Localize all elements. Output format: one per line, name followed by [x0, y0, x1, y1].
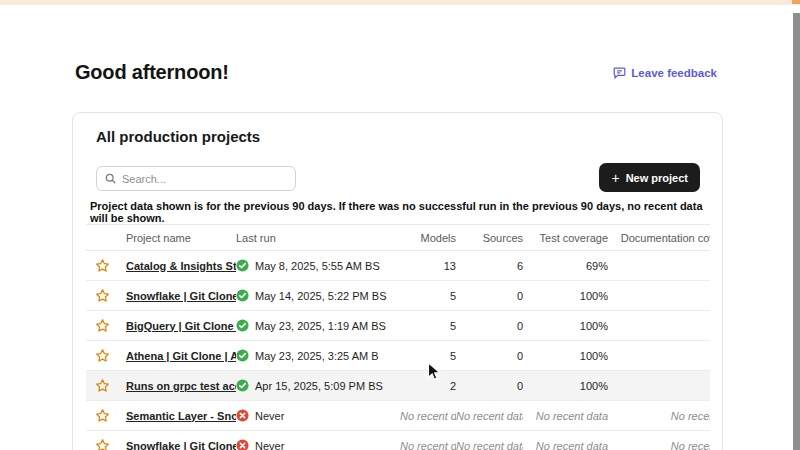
- sources-value: 0: [517, 380, 523, 392]
- page-title: Good afternoon!: [75, 61, 229, 84]
- models-value: No recent data: [400, 410, 456, 422]
- star-icon[interactable]: [95, 318, 126, 333]
- star-icon[interactable]: [95, 258, 126, 273]
- project-name-link[interactable]: BigQuery | Git Clone | User...: [126, 320, 236, 332]
- projects-table-body: Catalog & Insights Staging... May 8, 202…: [86, 251, 710, 450]
- test-coverage-cell: 69%: [523, 251, 608, 281]
- models-value: 13: [444, 260, 456, 272]
- test-coverage-cell: 100%: [523, 311, 608, 341]
- models-cell: No recent data: [400, 431, 456, 450]
- sources-value: 0: [517, 290, 523, 302]
- sources-cell: 6: [456, 251, 523, 281]
- project-name-link[interactable]: Snowflake | Git Clone | Key...: [126, 440, 236, 450]
- star-icon[interactable]: [95, 378, 126, 393]
- star-icon[interactable]: [95, 348, 126, 363]
- project-name-link[interactable]: Catalog & Insights Staging...: [126, 260, 236, 272]
- project-name-link[interactable]: Runs on grpc test account: [126, 380, 236, 392]
- col-test-coverage: Test coverage: [523, 225, 608, 251]
- plus-icon: +: [611, 171, 619, 185]
- doc-coverage-cell: No recent data: [608, 401, 710, 431]
- leave-feedback-link[interactable]: Leave feedback: [613, 66, 717, 79]
- project-name-link[interactable]: Semantic Layer - Snowflake: [126, 410, 236, 422]
- top-accent-strip: [0, 0, 800, 5]
- last-run-cell: May 23, 2025, 1:19 AM BS: [236, 311, 400, 341]
- doc-coverage-cell: [608, 371, 710, 401]
- run-never-icon: [236, 439, 249, 450]
- sources-value: 6: [517, 260, 523, 272]
- project-name-link[interactable]: Athena | Git Clone | Acces...: [126, 350, 236, 362]
- project-row[interactable]: Snowflake | Git Clone | Key... Never No …: [86, 431, 710, 450]
- last-run-cell: May 23, 2025, 3:25 AM B: [236, 341, 400, 371]
- run-success-icon: [236, 379, 249, 392]
- test-coverage-cell: 100%: [523, 281, 608, 311]
- project-search[interactable]: [96, 166, 296, 191]
- doc-coverage-cell: [608, 251, 710, 281]
- panel-title: All production projects: [96, 128, 260, 145]
- run-never-icon: [236, 409, 249, 422]
- last-run-cell: Never: [236, 401, 400, 431]
- col-doc-coverage: Documentation coverage: [608, 225, 710, 251]
- star-icon[interactable]: [95, 438, 126, 450]
- models-cell: No recent data: [400, 401, 456, 431]
- vertical-scrollbar[interactable]: [793, 13, 800, 450]
- projects-table: Project name Last run Models Sources Tes…: [86, 224, 710, 450]
- last-run-text: May 14, 2025, 5:22 PM BS: [255, 290, 386, 302]
- project-name-cell: Athena | Git Clone | Acces...: [126, 341, 236, 371]
- last-run-cell: Never: [236, 431, 400, 450]
- search-input[interactable]: [122, 173, 272, 185]
- sources-cell: 0: [456, 311, 523, 341]
- models-value: 5: [450, 350, 456, 362]
- star-icon[interactable]: [95, 288, 126, 303]
- models-value: 5: [450, 320, 456, 332]
- last-run-cell: Apr 15, 2025, 5:09 PM BS: [236, 371, 400, 401]
- project-row[interactable]: Semantic Layer - Snowflake Never No rece…: [86, 401, 710, 431]
- doc-coverage-value: No recent data: [671, 440, 710, 450]
- project-name-cell: Snowflake | Git Clone | Key...: [126, 431, 236, 450]
- test-coverage-value: 100%: [580, 290, 608, 302]
- star-column-header: [86, 225, 126, 251]
- test-coverage-cell: 100%: [523, 371, 608, 401]
- run-success-icon: [236, 349, 249, 362]
- last-run-text: May 8, 2025, 5:55 AM BS: [255, 260, 380, 272]
- sources-value: No recent data: [456, 440, 523, 450]
- last-run-text: Apr 15, 2025, 5:09 PM BS: [255, 380, 383, 392]
- project-name-cell: Semantic Layer - Snowflake: [126, 401, 236, 431]
- models-cell: 5: [400, 311, 456, 341]
- project-row[interactable]: Catalog & Insights Staging... May 8, 202…: [86, 251, 710, 281]
- project-name-link[interactable]: Snowflake | Git Clone | Use...: [126, 290, 236, 302]
- doc-coverage-cell: No recent data: [608, 431, 710, 450]
- models-cell: 2: [400, 371, 456, 401]
- sources-cell: 0: [456, 341, 523, 371]
- last-run-text: May 23, 2025, 3:25 AM B: [255, 350, 379, 362]
- project-row[interactable]: Athena | Git Clone | Acces... May 23, 20…: [86, 341, 710, 371]
- test-coverage-value: 100%: [580, 380, 608, 392]
- favorite-cell: [86, 401, 126, 431]
- star-icon[interactable]: [95, 408, 126, 423]
- doc-coverage-value: No recent data: [671, 410, 710, 422]
- test-coverage-value: No recent data: [536, 440, 608, 450]
- sources-value: 0: [517, 320, 523, 332]
- doc-coverage-cell: [608, 311, 710, 341]
- data-window-notice: Project data shown is for the previous 9…: [90, 200, 710, 224]
- run-success-icon: [236, 319, 249, 332]
- models-cell: 5: [400, 281, 456, 311]
- project-name-cell: BigQuery | Git Clone | User...: [126, 311, 236, 341]
- project-name-cell: Runs on grpc test account: [126, 371, 236, 401]
- project-row[interactable]: Runs on grpc test account Apr 15, 2025, …: [86, 371, 710, 401]
- production-projects-panel: All production projects + New project Pr…: [72, 112, 723, 450]
- sources-cell: No recent data: [456, 431, 523, 450]
- sources-cell: 0: [456, 371, 523, 401]
- top-strip-corner: [792, 0, 800, 4]
- sources-value: 0: [517, 350, 523, 362]
- project-row[interactable]: BigQuery | Git Clone | User... May 23, 2…: [86, 311, 710, 341]
- feedback-bubble-icon: [613, 66, 626, 79]
- sources-cell: No recent data: [456, 401, 523, 431]
- project-name-cell: Snowflake | Git Clone | Use...: [126, 281, 236, 311]
- project-row[interactable]: Snowflake | Git Clone | Use... May 14, 2…: [86, 281, 710, 311]
- models-cell: 13: [400, 251, 456, 281]
- col-project-name: Project name: [126, 225, 236, 251]
- last-run-text: May 23, 2025, 1:19 AM BS: [255, 320, 386, 332]
- new-project-button[interactable]: + New project: [599, 163, 700, 192]
- test-coverage-cell: 100%: [523, 341, 608, 371]
- test-coverage-cell: No recent data: [523, 431, 608, 450]
